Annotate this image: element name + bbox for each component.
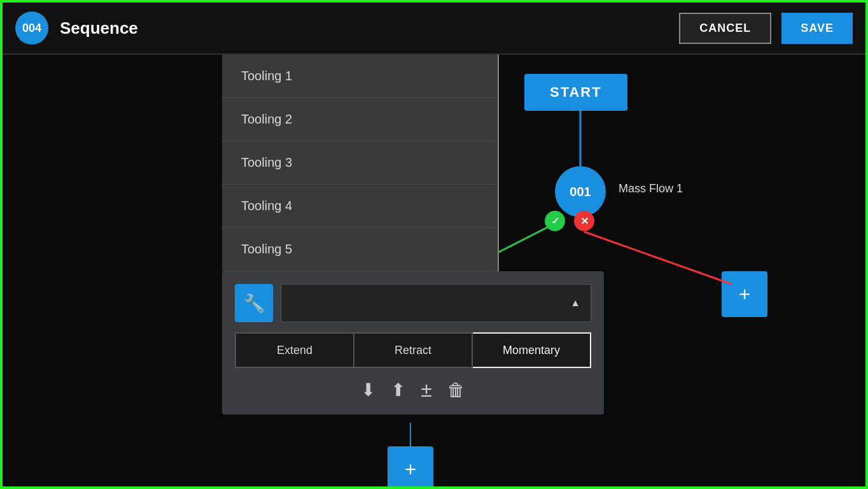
move-down-icon: ⬇︎ — [361, 379, 375, 400]
sequence-badge: 004 — [15, 11, 48, 45]
svg-line-2 — [584, 232, 731, 284]
move-down-button[interactable]: ⬇︎ — [361, 379, 375, 400]
add-button-bottom[interactable]: + — [388, 446, 433, 489]
delete-button[interactable]: 🗑 — [447, 379, 465, 400]
tooling-card: 🔧 ▲ Extend Retract Momentary ⬇︎ ⬆︎ ± 🗑 — [222, 271, 604, 415]
cancel-button[interactable]: CANCEL — [679, 13, 771, 44]
dropdown-item-tooling5[interactable]: Tooling 5 — [222, 228, 499, 271]
dropdown-item-tooling1[interactable]: Tooling 1 — [222, 55, 499, 98]
move-up-icon: ⬆︎ — [391, 379, 405, 400]
dropdown-item-tooling4[interactable]: Tooling 4 — [222, 185, 499, 228]
step-node-001[interactable]: 001 — [555, 166, 606, 217]
adjust-icon: ± — [421, 378, 432, 402]
extend-button[interactable]: Extend — [235, 332, 353, 368]
dropdown-item-tooling3[interactable]: Tooling 3 — [222, 141, 499, 185]
tooling-select[interactable]: ▲ — [281, 284, 591, 322]
step-node-label: Mass Flow 1 — [619, 182, 683, 195]
control-row: ⬇︎ ⬆︎ ± 🗑 — [235, 378, 591, 402]
momentary-button[interactable]: Momentary — [473, 332, 591, 368]
dropdown-item-tooling2[interactable]: Tooling 2 — [222, 98, 499, 141]
chevron-up-icon: ▲ — [570, 297, 580, 309]
check-icon: ✓ — [545, 211, 565, 231]
card-top-row: 🔧 ▲ — [235, 284, 591, 322]
canvas-area: Tooling 1 Tooling 2 Tooling 3 Tooling 4 … — [3, 55, 865, 489]
connector-line-bottom — [410, 423, 411, 448]
cross-icon: ✕ — [574, 211, 594, 231]
save-button[interactable]: SAVE — [781, 13, 853, 44]
retract-button[interactable]: Retract — [353, 332, 473, 368]
header-actions: CANCEL SAVE — [679, 13, 853, 44]
move-up-button[interactable]: ⬆︎ — [391, 379, 405, 400]
wrench-icon: 🔧 — [243, 293, 265, 314]
trash-icon: 🗑 — [447, 379, 465, 400]
add-button-right[interactable]: + — [722, 271, 767, 317]
header: 004 Sequence CANCEL SAVE — [3, 3, 865, 55]
wrench-button[interactable]: 🔧 — [235, 284, 273, 322]
tooling-dropdown-panel: Tooling 1 Tooling 2 Tooling 3 Tooling 4 … — [222, 55, 499, 271]
page-title: Sequence — [60, 18, 138, 38]
start-node[interactable]: START — [524, 74, 627, 111]
adjust-button[interactable]: ± — [421, 378, 432, 402]
action-buttons: Extend Retract Momentary — [235, 332, 591, 368]
divider — [498, 55, 499, 271]
